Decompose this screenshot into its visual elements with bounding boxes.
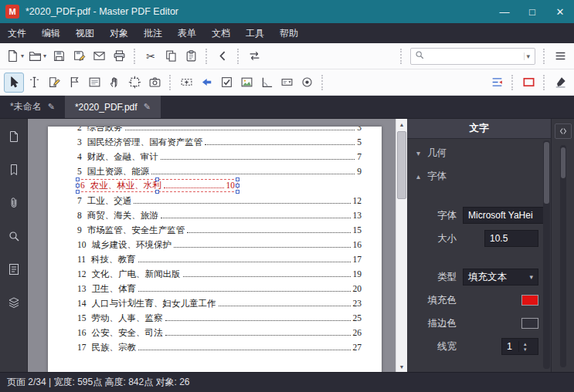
selection-handle[interactable] [155,190,159,194]
form-fields-button[interactable] [84,73,104,93]
toc-title: 国民经济管理、国有资产监管 [87,137,203,148]
copy-button[interactable] [161,46,181,66]
toc-entry[interactable]: 8商贸、海关、旅游13 [48,207,382,221]
tab-*未命名[interactable]: *未命名✎ [0,96,65,118]
text-field-button[interactable] [176,73,196,93]
toc-title: 人口与计划生育、妇女儿童工作 [92,298,216,309]
properties-panel-button[interactable] [3,259,25,279]
tab-*2020_PDF.pdf[interactable]: *2020_PDF.pdf✎ [65,96,161,118]
toc-entry[interactable]: 14人口与计划生育、妇女儿童工作23 [48,295,382,309]
attachments-panel-button[interactable] [3,193,25,213]
panel-scrollbar[interactable] [543,140,550,369]
paste-button[interactable] [181,46,201,66]
toc-entry[interactable]: 16公安、安全、司法26 [48,324,382,339]
back-button[interactable] [212,46,233,66]
toc-entry[interactable]: 2综合政务3 [48,127,382,133]
selection-handle[interactable] [236,190,239,194]
new-document-button[interactable]: ▾ [4,46,26,66]
search-panel-button[interactable] [3,226,25,246]
toc-entry[interactable]: 5国土资源、能源9 [48,163,382,177]
main-menu-button[interactable] [550,46,570,66]
panel-collapse-button[interactable] [555,123,572,139]
print-button[interactable] [109,46,129,66]
scroll-up-button[interactable]: ▲ [396,119,407,130]
menu-item-文件[interactable]: 文件 [0,23,34,43]
select-region-button[interactable] [124,73,144,93]
edit-text-tool-button[interactable] [24,73,44,93]
layers-panel-button[interactable] [3,292,25,313]
menu-item-表单[interactable]: 表单 [170,23,204,43]
toc-entry[interactable]: 4财政、金融、审计7 [48,148,382,163]
toc-entry[interactable]: 10城乡建设、环境保护16 [48,236,382,251]
vertical-scrollbar[interactable]: ▲ ▼ [396,119,407,372]
search-input[interactable] [425,51,524,62]
text-type-select[interactable]: 填充文本 ▾ [463,269,538,286]
menu-item-视图[interactable]: 视图 [68,23,102,43]
cut-button[interactable]: ✂ [141,46,161,66]
menu-item-批注[interactable]: 批注 [136,23,170,43]
marker-tool-button[interactable] [550,73,570,93]
toc-entry[interactable]: 12文化、广电、新闻出版19 [48,265,382,280]
font-size-input[interactable] [484,230,538,247]
select-tool-button[interactable] [4,73,24,93]
rectangle-annotation-button[interactable] [518,73,538,93]
button-field-button[interactable] [196,73,216,93]
fill-color-swatch[interactable] [521,295,538,306]
spin-down-icon[interactable]: ▾ [524,346,535,352]
save-button[interactable] [49,46,69,66]
scroll-down-button[interactable]: ▼ [396,361,407,372]
image-button[interactable] [236,73,256,93]
line-width-spinner[interactable]: 1 ▴ ▾ [501,338,538,355]
search-options-button[interactable]: ▾ [524,52,532,60]
menu-item-编辑[interactable]: 编辑 [34,23,68,43]
spin-up-icon[interactable]: ▴ [524,341,535,346]
checkbox-field-button[interactable] [216,73,236,93]
toc-entry[interactable]: 11科技、教育17 [48,251,382,265]
minimize-button[interactable]: — [491,0,518,23]
swap-pages-button[interactable] [244,46,264,66]
toc-number: 2 [77,127,82,132]
scroll-thumb[interactable] [397,131,406,199]
maximize-button[interactable]: □ [518,0,546,23]
toc-entry[interactable]: 17民族、宗教27 [48,339,382,353]
radio-field-button[interactable] [297,73,317,93]
section-geometry[interactable]: ▾ 几何 [407,144,551,162]
save-as-button[interactable] [69,46,89,66]
email-button[interactable] [89,46,109,66]
toc-entry[interactable]: 7工业、交通12 [48,192,382,207]
edit-object-tool-button[interactable] [44,73,64,93]
section-font[interactable]: ▴ 字体 [407,167,551,185]
gutter-scrollbar[interactable] [560,145,566,367]
selection-handle[interactable] [76,177,80,181]
toc-entry-selected[interactable]: 6农业、林业、水利10 [48,177,382,192]
stroke-color-swatch[interactable] [521,318,538,329]
hand-tool-button[interactable] [104,73,124,93]
measure-button[interactable] [256,73,277,93]
menu-item-对象[interactable]: 对象 [102,23,136,43]
toc-entry[interactable]: 9市场监管、安全生产监管15 [48,221,382,236]
bookmarks-panel-button[interactable] [3,160,25,180]
panel-scroll-thumb[interactable] [544,142,549,204]
scroll-track[interactable] [396,130,407,361]
close-button[interactable]: ✕ [546,0,574,23]
gutter-scroll-thumb[interactable] [561,147,566,178]
toc-entry[interactable]: 13卫生、体育20 [48,280,382,295]
snapshot-button[interactable] [144,73,165,93]
selection-handle[interactable] [76,184,80,188]
toc-page-number: 25 [353,313,362,323]
thumbnails-panel-button[interactable] [3,127,25,147]
selection-handle[interactable] [155,177,159,181]
menu-item-文档[interactable]: 文档 [204,23,238,43]
select-field-tool-button[interactable] [64,73,84,93]
combobox-field-button[interactable] [277,73,297,93]
font-name-input[interactable] [463,207,545,224]
arrange-objects-button[interactable] [487,73,507,93]
menu-item-帮助[interactable]: 帮助 [272,23,306,43]
selection-handle[interactable] [76,190,80,194]
selection-handle[interactable] [236,184,239,188]
menu-item-工具[interactable]: 工具 [238,23,272,43]
toc-entry[interactable]: 3国民经济管理、国有资产监管5 [48,133,382,148]
toc-entry[interactable]: 15劳动、人事、监察25 [48,309,382,324]
selection-handle[interactable] [236,177,239,181]
open-file-button[interactable]: ▾ [26,46,49,66]
